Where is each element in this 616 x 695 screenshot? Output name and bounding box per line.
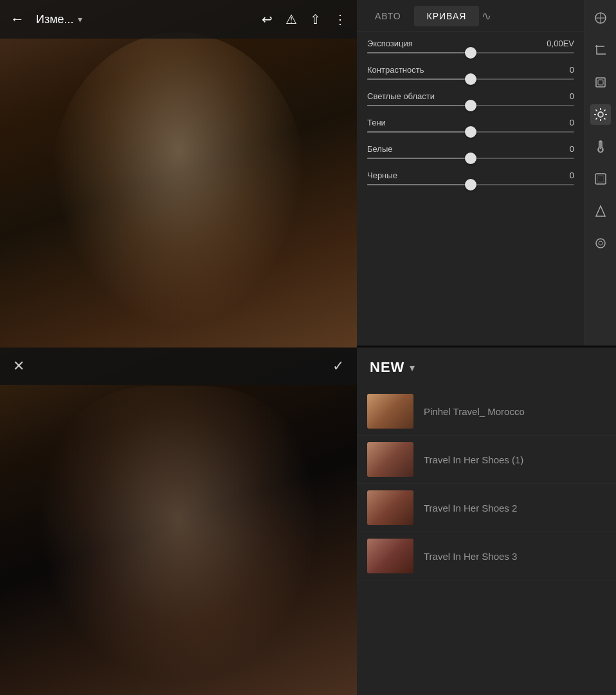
- slider-exposure-track[interactable]: [367, 52, 574, 53]
- svg-point-3: [598, 112, 603, 117]
- slider-contrast-track[interactable]: [367, 79, 574, 80]
- header-actions: ↩ ⚠ ⇧ ⋮: [262, 12, 347, 27]
- side-icons-col: [584, 0, 616, 346]
- presets-title: NEW: [370, 359, 404, 376]
- slider-exposure-value: 0,00EV: [542, 39, 574, 48]
- tabs-row: АВТО КРИВАЯ ∿: [357, 0, 584, 32]
- svg-line-9: [604, 118, 605, 119]
- alert-button[interactable]: ⚠: [285, 12, 297, 27]
- light-icon[interactable]: [590, 104, 611, 125]
- bottom-header-bar: ✕ ✓: [0, 348, 357, 385]
- svg-line-10: [604, 110, 605, 111]
- svg-point-16: [596, 239, 605, 248]
- crop-icon[interactable]: [590, 40, 611, 60]
- close-button[interactable]: ✕: [13, 358, 24, 375]
- title-dropdown-icon[interactable]: ▾: [78, 14, 82, 24]
- photo-area-bottom: ✕ ✓: [0, 348, 357, 695]
- preset-thumb-0: [367, 394, 413, 429]
- svg-rect-2: [598, 80, 603, 85]
- top-section: ← Изме... ▾ ↩ ⚠ ⇧ ⋮ АВТО КРИВАЯ: [0, 0, 616, 348]
- slider-contrast: Контрастность 0: [367, 65, 574, 80]
- slider-exposure-thumb[interactable]: [465, 47, 476, 59]
- preset-name-0: Pinhel Travel_ Morocco: [424, 406, 525, 417]
- sliders-area: Экспозиция 0,00EV Контрастность 0: [357, 32, 584, 346]
- vignette-icon[interactable]: [590, 169, 611, 189]
- list-item[interactable]: Travel In Her Shoes 3: [357, 532, 616, 580]
- top-header-bar: ← Изме... ▾ ↩ ⚠ ⇧ ⋮: [0, 0, 357, 39]
- slider-highlights-track[interactable]: [367, 105, 574, 106]
- confirm-button[interactable]: ✓: [332, 358, 344, 375]
- slider-blacks-thumb[interactable]: [465, 179, 476, 190]
- slider-shadows-fill: [367, 131, 471, 133]
- more-button[interactable]: ⋮: [334, 12, 347, 27]
- slider-whites-track[interactable]: [367, 158, 574, 159]
- tab-curve[interactable]: КРИВАЯ: [414, 6, 480, 26]
- preset-name-3: Travel In Her Shoes 3: [424, 551, 517, 562]
- right-panel-top: АВТО КРИВАЯ ∿ Экспозиция 0,00EV: [357, 0, 616, 346]
- preset-thumb-1: [367, 442, 413, 477]
- list-item[interactable]: Pinhel Travel_ Morocco: [357, 387, 616, 436]
- slider-shadows-track[interactable]: [367, 131, 574, 133]
- slider-whites-fill: [367, 158, 471, 159]
- right-panel-bottom: NEW ▾ Pinhel Travel_ Morocco Travel In H…: [357, 348, 616, 695]
- presets-dropdown-icon[interactable]: ▾: [410, 362, 415, 374]
- title-area[interactable]: Изме... ▾: [36, 13, 82, 26]
- bottom-section: ✕ ✓ NEW ▾ Pinhel Travel_ Morocco Travel …: [0, 348, 616, 695]
- slider-exposure: Экспозиция 0,00EV: [367, 39, 574, 53]
- back-button[interactable]: ←: [10, 11, 24, 28]
- svg-point-17: [599, 241, 602, 245]
- slider-highlights-value: 0: [542, 91, 574, 101]
- tab-auto[interactable]: АВТО: [362, 6, 414, 26]
- photo-preview-bottom: [0, 348, 357, 695]
- slider-whites: Белые 0: [367, 144, 574, 159]
- slider-whites-value: 0: [542, 144, 574, 154]
- grain-icon[interactable]: [590, 201, 611, 221]
- grid-icon[interactable]: [590, 8, 611, 28]
- preset-list: Pinhel Travel_ Morocco Travel In Her Sho…: [357, 387, 616, 580]
- list-item[interactable]: Travel In Her Shoes 2: [357, 484, 616, 532]
- slider-contrast-thumb[interactable]: [465, 73, 476, 85]
- preset-name-2: Travel In Her Shoes 2: [424, 503, 517, 514]
- slider-highlights-thumb[interactable]: [465, 100, 476, 111]
- edit-title: Изме...: [36, 13, 74, 26]
- slider-blacks-value: 0: [542, 171, 574, 180]
- slider-blacks: Черные 0: [367, 171, 574, 185]
- thumb-image-2: [367, 490, 413, 525]
- curve-icon: ∿: [482, 9, 491, 23]
- svg-rect-14: [597, 176, 604, 182]
- svg-marker-15: [596, 206, 605, 216]
- share-button[interactable]: ⇧: [310, 12, 321, 27]
- svg-rect-13: [595, 174, 606, 184]
- slider-whites-thumb[interactable]: [465, 153, 476, 164]
- temperature-icon[interactable]: [590, 136, 611, 157]
- list-item[interactable]: Travel In Her Shoes (1): [357, 436, 616, 484]
- slider-contrast-value: 0: [542, 65, 574, 75]
- thumb-image-0: [367, 394, 413, 429]
- slider-shadows-value: 0: [542, 118, 574, 127]
- photo-preview-top: [0, 0, 357, 348]
- slider-blacks-track[interactable]: [367, 184, 574, 185]
- layers-icon[interactable]: [590, 72, 611, 93]
- slider-shadows-thumb[interactable]: [465, 126, 476, 138]
- slider-whites-label: Белые: [367, 144, 393, 154]
- preset-name-1: Travel In Her Shoes (1): [424, 454, 523, 465]
- photo-area-top: ← Изме... ▾ ↩ ⚠ ⇧ ⋮: [0, 0, 357, 348]
- preset-thumb-2: [367, 490, 413, 525]
- preset-thumb-3: [367, 539, 413, 573]
- slider-exposure-fill: [367, 52, 471, 53]
- slider-shadows-label: Тени: [367, 118, 386, 127]
- presets-header: NEW ▾: [357, 348, 616, 387]
- right-panel-inner: АВТО КРИВАЯ ∿ Экспозиция 0,00EV: [357, 0, 616, 346]
- svg-rect-1: [596, 78, 605, 87]
- slider-contrast-label: Контрастность: [367, 65, 424, 75]
- slider-blacks-fill: [367, 184, 471, 185]
- slider-blacks-label: Черные: [367, 171, 397, 180]
- sliders-container: АВТО КРИВАЯ ∿ Экспозиция 0,00EV: [357, 0, 584, 346]
- svg-line-11: [596, 118, 597, 119]
- undo-button[interactable]: ↩: [262, 12, 273, 27]
- thumb-image-3: [367, 539, 413, 573]
- slider-highlights-label: Светлые области: [367, 91, 435, 101]
- slider-contrast-fill: [367, 79, 471, 80]
- detail-icon[interactable]: [590, 233, 611, 254]
- slider-highlights: Светлые области 0: [367, 91, 574, 106]
